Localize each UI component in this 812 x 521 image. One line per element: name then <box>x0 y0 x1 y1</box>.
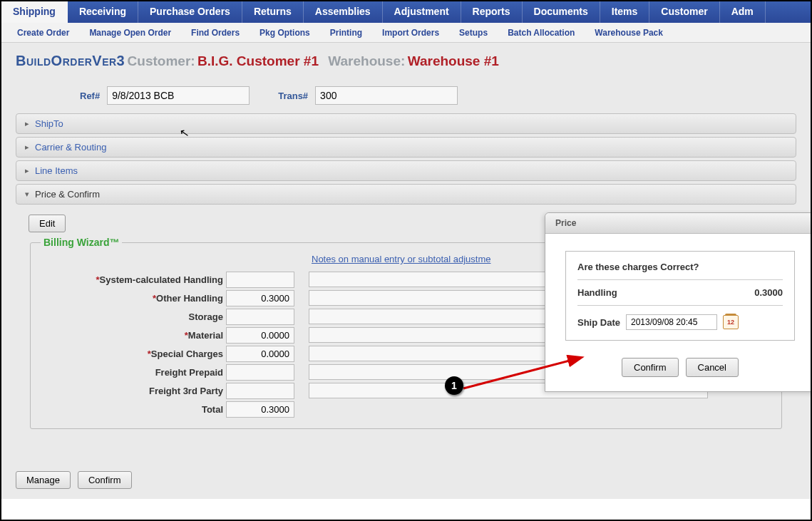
price-popup: Price Are these charges Correct? Handlin… <box>545 212 812 392</box>
billing-row-label: Freight 3rd Party <box>41 386 226 396</box>
billing-value-input[interactable] <box>226 346 294 362</box>
accordion-shipto[interactable]: ▸ ShipTo <box>16 113 796 134</box>
ref-label: Ref# <box>80 91 100 101</box>
subnav-batch-allocation[interactable]: Batch Allocation <box>498 24 585 41</box>
page-header: BuildOrderVer3 Customer: B.I.G. Customer… <box>16 53 796 69</box>
accordion-carrier[interactable]: ▸ Carrier & Routing <box>16 137 796 158</box>
popup-cancel-button[interactable]: Cancel <box>686 358 739 377</box>
popup-confirm-button[interactable]: Confirm <box>622 358 679 377</box>
subnav-printing[interactable]: Printing <box>320 24 372 41</box>
billing-row-label: *Other Handling <box>41 293 226 304</box>
billing-row-label: *Special Charges <box>41 349 226 359</box>
ship-date-input[interactable] <box>626 314 717 330</box>
page-title: BuildOrderVer3 <box>16 53 125 68</box>
ship-date-row: Ship Date <box>577 314 783 330</box>
edit-button[interactable]: Edit <box>29 215 66 232</box>
charge-row: Handling 0.3000 <box>577 287 783 306</box>
nav-shipping[interactable]: Shipping <box>1 1 68 23</box>
billing-value-input[interactable] <box>226 327 294 344</box>
nav-adjustment[interactable]: Adjustment <box>383 1 461 23</box>
sub-nav: Create Order Manage Open Order Find Orde… <box>1 23 811 43</box>
ship-date-label: Ship Date <box>577 317 620 328</box>
billing-value-input[interactable] <box>226 309 294 325</box>
billing-row-label: Freight Prepaid <box>41 367 226 378</box>
ref-row: Ref# Trans# <box>80 86 796 105</box>
confirm-page-button[interactable]: Confirm <box>78 471 132 489</box>
page-body: BuildOrderVer3 Customer: B.I.G. Customer… <box>1 43 811 499</box>
trans-label: Trans# <box>278 91 308 101</box>
billing-wizard-title: Billing Wizard™ <box>41 237 122 248</box>
charges-box: Are these charges Correct? Handling 0.30… <box>565 251 795 341</box>
subnav-setups[interactable]: Setups <box>449 24 498 41</box>
notes-link[interactable]: Notes on manual entry or subtotal adjust… <box>312 254 490 264</box>
chevron-right-icon: ▸ <box>25 143 29 152</box>
subnav-import-orders[interactable]: Import Orders <box>372 24 449 41</box>
accordion-lineitems-label: Line Items <box>35 165 78 176</box>
bottom-action-bar: Manage Confirm <box>16 471 132 489</box>
accordion-price-confirm[interactable]: ▾ Price & Confirm <box>16 184 796 205</box>
manage-button[interactable]: Manage <box>16 471 71 489</box>
nav-items[interactable]: Items <box>600 1 650 23</box>
subnav-find-orders[interactable]: Find Orders <box>181 24 250 41</box>
chevron-right-icon: ▸ <box>25 119 29 128</box>
ref-input[interactable] <box>107 86 250 105</box>
warehouse-label: Warehouse: <box>328 53 405 68</box>
subnav-create-order[interactable]: Create Order <box>7 24 79 41</box>
billing-value-input[interactable] <box>226 401 294 418</box>
nav-receiving[interactable]: Receiving <box>68 1 138 23</box>
warehouse-value: Warehouse #1 <box>408 53 499 68</box>
customer-value: B.I.G. Customer #1 <box>197 53 319 68</box>
billing-value-input[interactable] <box>226 364 294 381</box>
nav-customer[interactable]: Customer <box>649 1 719 23</box>
billing-value-input[interactable] <box>226 272 294 288</box>
nav-documents[interactable]: Documents <box>523 1 600 23</box>
billing-value-input[interactable] <box>226 290 294 306</box>
charge-label: Handling <box>577 287 617 298</box>
billing-row-label: Total <box>41 404 226 415</box>
subnav-warehouse-pack[interactable]: Warehouse Pack <box>585 24 673 41</box>
subnav-manage-open-order[interactable]: Manage Open Order <box>79 24 181 41</box>
chevron-right-icon: ▸ <box>25 166 29 175</box>
trans-input[interactable] <box>315 86 458 105</box>
chevron-down-icon: ▾ <box>25 190 29 199</box>
accordion-price-confirm-label: Price & Confirm <box>35 189 100 200</box>
top-nav: Shipping Receiving Purchase Orders Retur… <box>1 1 811 23</box>
billing-value-input[interactable] <box>226 383 294 399</box>
billing-row: Total <box>41 400 771 418</box>
nav-assemblies[interactable]: Assemblies <box>304 1 383 23</box>
billing-row-label: *System-calculated Handling <box>41 274 226 285</box>
nav-reports[interactable]: Reports <box>461 1 523 23</box>
subnav-pkg-options[interactable]: Pkg Options <box>250 24 320 41</box>
nav-purchase-orders[interactable]: Purchase Orders <box>138 1 242 23</box>
accordion-carrier-label: Carrier & Routing <box>35 142 106 153</box>
accordion-shipto-label: ShipTo <box>35 118 63 129</box>
charges-question: Are these charges Correct? <box>577 262 783 280</box>
nav-returns[interactable]: Returns <box>242 1 304 23</box>
calendar-icon[interactable] <box>723 315 739 329</box>
price-popup-title: Price <box>545 213 812 234</box>
billing-row-label: *Material <box>41 330 226 341</box>
charge-value: 0.3000 <box>754 287 783 298</box>
accordion-lineitems[interactable]: ▸ Line Items <box>16 160 796 181</box>
nav-admin[interactable]: Adm <box>720 1 766 23</box>
customer-label: Customer: <box>128 53 195 68</box>
billing-row-label: Storage <box>41 311 226 322</box>
